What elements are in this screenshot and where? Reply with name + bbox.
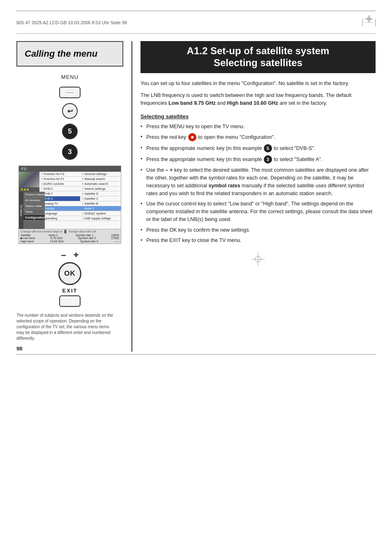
tv-item-4-analog: 4Analog-TV	[39, 201, 80, 206]
tv-item-3-astra: 3Astra 1	[80, 206, 121, 211]
return-button[interactable]: ↩	[62, 103, 78, 119]
tv-item-3-country: 3Country	[39, 206, 80, 211]
right-title-line2: Selecting satellites	[147, 57, 369, 69]
tv-sidebar-config: Configuration	[23, 215, 45, 221]
tv-item-8-euro: 8EURO sockets	[39, 182, 80, 187]
crosshair-top	[365, 15, 373, 23]
left-column: Calling the menu MENU ─── ↩ 5	[16, 41, 131, 352]
main-content: Calling the menu MENU ─── ↩ 5	[16, 41, 376, 352]
bullet-list: Press the MENU key to open the TV menu. …	[141, 123, 376, 245]
red-key-icon: ■	[188, 133, 196, 141]
bullet-4: Press the appropriate numeric key (in th…	[141, 155, 376, 164]
tv-item-9-man: 9Manuall search	[80, 177, 121, 182]
num3-icon: 3	[264, 155, 272, 164]
tv-sidebar-picture: Picture-Volume	[23, 192, 45, 198]
tv-item-0-gen: 0General settings	[80, 172, 121, 177]
tv-sidebar-label: TV-Menü	[19, 192, 23, 229]
page-number: 98	[16, 345, 123, 352]
svg-point-2	[367, 17, 371, 21]
tv-menu-thumbnail-area: ★★★ TV-Menü Picture-Volume AV devices St…	[19, 172, 39, 229]
menu-label: MENU	[61, 74, 78, 80]
tv-sidebar-timer: Timer	[23, 209, 45, 215]
bullet-5: Use the – + key to select the desired sa…	[141, 166, 376, 197]
tv-item-0-f2: 0Function for F2	[39, 172, 80, 177]
exit-label-text: EXIT	[16, 288, 123, 294]
tv-item-7-dvbc: 7DVB-C	[39, 187, 80, 191]
tv-stars: ★★★	[19, 187, 39, 192]
ok-button[interactable]: OK	[58, 262, 81, 285]
step5-label: 5	[68, 127, 71, 136]
intro-and: and	[217, 100, 226, 106]
section-heading: Selecting satellites	[141, 113, 376, 120]
bullet-6: Use the cursor control key to select "Lo…	[141, 200, 376, 223]
plus-label[interactable]: +	[74, 250, 79, 260]
bullet-8: Press the EXIT key to close the TV menu.	[141, 237, 376, 244]
tv-menu-right-col: 0General settings 9Manuall search 8Autom…	[80, 172, 121, 229]
tv-menu-screenshot: F1↑ ★★★ TV-Menü Picture-Volume A	[18, 166, 121, 244]
tv-menu-topbar: F1↑	[19, 166, 121, 172]
minus-label[interactable]: –	[61, 250, 66, 260]
tv-menu-columns: 0Function for F2 9Function for F1 8EURO …	[39, 172, 121, 229]
tv-item-4-satb: 4Satellite B	[80, 201, 121, 206]
bottom-crosshair	[141, 253, 376, 266]
remote-icons: MENU ─── ↩ 5 3	[16, 74, 123, 160]
step3-button[interactable]: 3	[62, 144, 78, 160]
intro-bold1: Low band 9.75 GHz	[168, 100, 216, 106]
tv-menu-bottom-note: Change with the numeric keys or ▐▌. Acce…	[21, 230, 119, 233]
step5-button[interactable]: 5	[62, 124, 78, 139]
left-title-box: Calling the menu	[16, 41, 123, 67]
page: 605 47 2029.A2 LCD-GB 10.03.2006 8:53 Uh…	[0, 0, 392, 555]
top-header: 605 47 2029.A2 LCD-GB 10.03.2006 8:53 Uh…	[16, 15, 376, 34]
left-title: Calling the menu	[25, 48, 115, 59]
tv-item-7-search: 7Search settings	[80, 187, 121, 191]
document-info: 605 47 2029.A2 LCD-GB 10.03.2006 8:53 Uh…	[16, 20, 127, 25]
bottom-note: The number of subjects and sections depe…	[16, 313, 115, 341]
right-title-heading: A1.2 Set-up of satellite system Selectin…	[147, 45, 369, 69]
bullet-2: Press the red key ■ to open the menu "Co…	[141, 133, 376, 141]
intro-suffix: are set in the factory.	[279, 100, 327, 106]
top-rule	[16, 11, 376, 11]
intro-bold2: High band 10.60 GHz	[227, 100, 278, 106]
tv-item-5-satc: 5Satellite C	[80, 196, 121, 201]
tv-menu-indicator: F1↑	[21, 167, 28, 171]
tv-menu-body: ★★★ TV-Menü Picture-Volume AV devices St…	[19, 172, 121, 229]
plus-minus-row: – +	[16, 250, 123, 260]
tv-item-6-satd: 6Satellite D	[80, 191, 121, 196]
intro-para1: You can set up to four satellites in the…	[141, 80, 376, 88]
tv-item-1-lnb: 1LNB supply voltage	[80, 216, 121, 221]
tv-menu-bottom: Change with the numeric keys or ▐▌. Acce…	[19, 229, 121, 244]
step3-label: 3	[68, 148, 71, 156]
right-title-box: A1.2 Set-up of satellite system Selectin…	[141, 41, 376, 73]
intro-para2: The LNB frequency is used to switch betw…	[141, 92, 376, 108]
tv-sidebar-station: Station table	[23, 203, 45, 209]
tv-item-9-f1: 9Function for F1	[39, 177, 80, 182]
tv-item-2-diseqc: 2DiSEqC system	[80, 211, 121, 216]
bullet-7: Press the OK key to confirm the new sett…	[141, 226, 376, 234]
bullet-1: Press the MENU key to open the TV menu.	[141, 123, 376, 131]
menu-button[interactable]: ───	[59, 87, 81, 98]
tv-sidebar-items: Picture-Volume AV devices Station table …	[23, 192, 45, 229]
right-title-line1: A1.2 Set-up of satellite system	[147, 45, 369, 57]
bullet-3: Press the appropriate numeric key (in th…	[141, 144, 376, 152]
crosshair-svg	[251, 253, 265, 266]
return-icon: ↩	[67, 107, 73, 115]
right-column: A1.2 Set-up of satellite system Selectin…	[131, 41, 376, 352]
tv-thumbnail-image	[19, 172, 39, 187]
num5-icon: 5	[264, 144, 272, 152]
exit-button[interactable]	[59, 295, 81, 307]
tv-sidebar-av: AV devices	[23, 198, 45, 203]
tv-item-2-lang: 2Language	[39, 211, 80, 216]
tv-item-8-auto: 8Automatic search	[80, 182, 121, 187]
tv-menu-row2: ▶Low band 9,75 GHz Symbol rate 2 27500	[21, 237, 119, 240]
ok-label: OK	[64, 269, 76, 278]
tv-item-5-dvbs: 5DVB-S	[39, 196, 80, 201]
tv-menu-left-col: 0Function for F2 9Function for F1 8EURO …	[39, 172, 80, 229]
tv-menu-row3: High band 10,60 GHz Symbol rate 3 -----	[21, 240, 119, 243]
tv-menu-row1: Satellite Astra 1 Symbol rate 1 22000	[21, 234, 119, 237]
bottom-rule	[16, 354, 376, 355]
tv-item-1-oper: 1Operating	[39, 216, 80, 221]
